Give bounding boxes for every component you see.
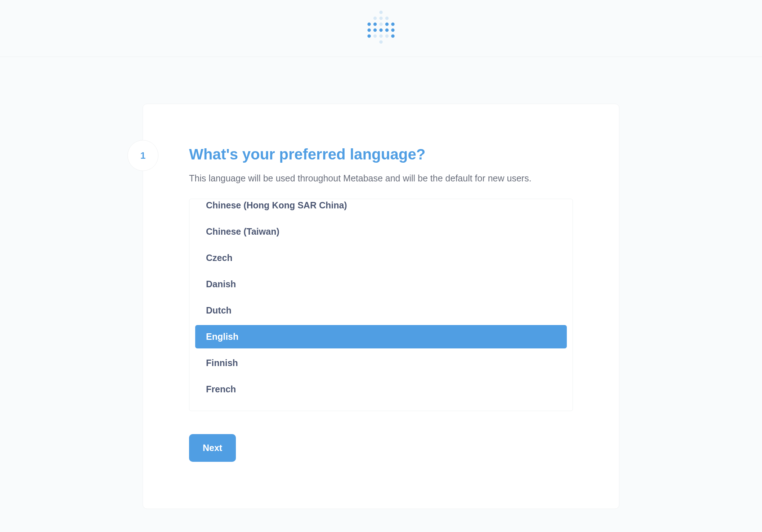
next-button[interactable]: Next xyxy=(189,434,236,462)
app-header xyxy=(0,0,762,57)
svg-point-16 xyxy=(379,34,382,37)
svg-point-18 xyxy=(391,34,394,37)
metabase-logo-icon xyxy=(363,10,399,46)
svg-point-6 xyxy=(379,22,382,26)
svg-point-0 xyxy=(379,10,382,14)
language-option[interactable]: Dutch xyxy=(195,299,567,322)
svg-point-12 xyxy=(385,28,389,32)
svg-point-2 xyxy=(379,17,382,20)
svg-point-19 xyxy=(379,40,382,43)
language-option[interactable]: Chinese (Taiwan) xyxy=(195,220,567,243)
svg-point-10 xyxy=(373,28,377,32)
step-heading: What's your preferred language? xyxy=(189,146,573,163)
svg-point-7 xyxy=(385,22,389,26)
main-content: 1 What's your preferred language? This l… xyxy=(0,57,762,509)
setup-step-card: 1 What's your preferred language? This l… xyxy=(143,104,619,509)
svg-point-17 xyxy=(385,34,389,37)
language-option[interactable]: Danish xyxy=(195,272,567,296)
svg-point-15 xyxy=(373,34,377,37)
step-number: 1 xyxy=(140,150,145,161)
step-description: This language will be used throughout Me… xyxy=(189,173,573,184)
svg-point-1 xyxy=(373,17,377,20)
language-option[interactable]: Finnish xyxy=(195,351,567,375)
svg-point-9 xyxy=(367,28,371,32)
svg-point-5 xyxy=(373,22,377,26)
language-select-list[interactable]: Chinese (Hong Kong SAR China)Chinese (Ta… xyxy=(189,199,573,411)
language-option[interactable]: German xyxy=(195,404,567,411)
svg-point-11 xyxy=(379,28,382,32)
svg-point-4 xyxy=(367,22,371,26)
language-option[interactable]: Chinese (Hong Kong SAR China) xyxy=(195,199,567,217)
svg-point-8 xyxy=(391,22,394,26)
svg-point-13 xyxy=(391,28,394,32)
language-option[interactable]: Czech xyxy=(195,246,567,270)
svg-point-14 xyxy=(367,34,371,37)
svg-point-3 xyxy=(385,17,389,20)
language-option[interactable]: English xyxy=(195,325,567,348)
language-option[interactable]: French xyxy=(195,378,567,401)
step-number-badge: 1 xyxy=(127,140,158,171)
